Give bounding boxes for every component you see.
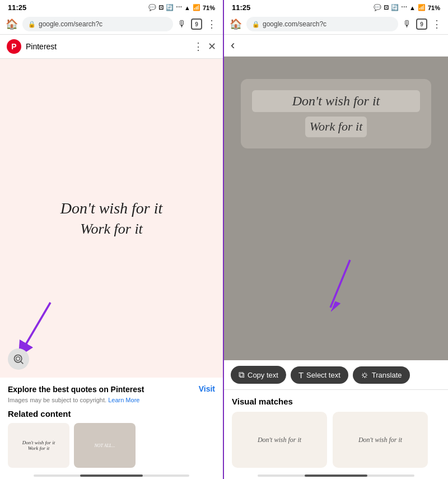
right-scroll-indicator (258, 475, 414, 477)
svg-line-1 (22, 303, 50, 350)
translate-icon: ⛭ (361, 370, 369, 380)
explore-title: Explore the best quotes on Pinterest (8, 384, 199, 394)
right-status-bar: 11:25 💬 ⊡ 🔄 ⋯ ▲ 📶 71% (224, 0, 448, 14)
banner-menu-icon[interactable]: ⋮ (193, 40, 203, 53)
right-browser-bar: 🏠 🔒 google.com/search?c 🎙 9 ⋮ (224, 14, 448, 35)
lens-icon (13, 354, 24, 365)
match-thumb-2[interactable]: Don't wish for it (333, 412, 428, 468)
text-icon: T (298, 370, 304, 380)
left-time: 11:25 (8, 3, 26, 12)
quote-line1: Don't wish for it (60, 197, 163, 219)
left-status-icons: 💬 ⊡ 🔄 ⋯ ▲ 📶 71% (148, 4, 215, 11)
r-url-text: google.com/search?c (263, 20, 326, 28)
translate-label: Translate (372, 371, 402, 379)
quote-display: Don't wish for it Work for it (49, 186, 174, 251)
chat-icon: ⋯ (176, 4, 182, 11)
back-icon[interactable]: ‹ (231, 38, 235, 52)
svg-line-3 (21, 361, 24, 364)
r-battery: 71% (428, 4, 440, 11)
thumbnail-2: NOT ALL... (74, 423, 136, 468)
left-browser-bar: 🏠 🔒 google.com/search?c 🎙 9 ⋮ (0, 14, 223, 35)
left-bottom-content: Explore the best quotes on Pinterest Vis… (0, 378, 223, 475)
action-buttons-bar: ⧉ Copy text T Select text ⛭ Translate (224, 360, 448, 390)
thumbnails-row: Don't wish for itWork for it NOT ALL... (8, 423, 215, 468)
tab-count-badge[interactable]: 9 (191, 18, 202, 30)
copy-text-button[interactable]: ⧉ Copy text (231, 366, 286, 384)
left-phone-panel: 11:25 💬 ⊡ 🔄 ⋯ ▲ 📶 71% 🏠 🔒 google.com/sea… (0, 0, 224, 479)
left-image-area: Don't wish for it Work for it (0, 59, 223, 378)
visit-button[interactable]: Visit (199, 384, 215, 393)
r-message-icon: 💬 (374, 4, 381, 11)
url-bar[interactable]: 🔒 google.com/search?c (22, 17, 173, 31)
translate-button[interactable]: ⛭ Translate (353, 366, 410, 384)
r-signal-bars: 📶 (418, 4, 426, 11)
battery-left: 71% (203, 4, 215, 11)
match-thumb-1[interactable]: Don't wish for it (232, 412, 327, 468)
url-text: google.com/search?c (39, 20, 102, 28)
signal-bars: 📶 (193, 4, 200, 11)
right-phone-panel: 11:25 💬 ⊡ 🔄 ⋯ ▲ 📶 71% 🏠 🔒 google.com/sea… (224, 0, 448, 479)
copy-text-label: Copy text (248, 371, 278, 379)
right-time: 11:25 (232, 3, 250, 12)
r-lock-icon: 🔒 (252, 21, 260, 28)
quote-line2: Work for it (60, 219, 163, 239)
google-lens-button[interactable] (8, 348, 29, 370)
home-icon[interactable]: 🏠 (6, 18, 18, 30)
match-thumb-2-text: Don't wish for it (355, 433, 405, 448)
browser-menu-icon[interactable]: ⋮ (207, 18, 217, 30)
screen-icon: ⊡ (158, 4, 164, 11)
pinterest-logo: P (7, 39, 21, 54)
select-text-button[interactable]: T Select text (291, 366, 348, 384)
lens-selection-box: Don't wish for it Work for it (241, 79, 431, 148)
mic-icon[interactable]: 🎙 (178, 19, 186, 29)
svg-point-4 (16, 357, 20, 361)
r-home-icon[interactable]: 🏠 (230, 18, 242, 30)
visual-matches-section: Visual matches Don't wish for it Don't w… (224, 390, 448, 475)
back-bar: ‹ (224, 35, 448, 57)
r-wifi-icon: ▲ (409, 4, 416, 11)
left-status-bar: 11:25 💬 ⊡ 🔄 ⋯ ▲ 📶 71% (0, 0, 223, 14)
r-browser-menu-icon[interactable]: ⋮ (432, 18, 442, 30)
r-chat-icon: ⋯ (401, 4, 407, 11)
r-mic-icon[interactable]: 🎙 (403, 19, 412, 29)
r-url-bar[interactable]: 🔒 google.com/search?c (246, 17, 398, 31)
wifi-icon: ▲ (184, 4, 190, 11)
banner-close-icon[interactable]: ✕ (208, 40, 216, 53)
thumbnail-1: Don't wish for itWork for it (8, 423, 69, 468)
learn-more-link[interactable]: Learn More (108, 397, 139, 403)
lock-icon: 🔒 (28, 21, 36, 28)
pinterest-banner: P Pinterest ⋮ ✕ (0, 35, 223, 59)
match-thumb-1-text: Don't wish for it (254, 433, 305, 448)
lens-quote-line2: Work for it (305, 117, 367, 137)
match-thumbs-row: Don't wish for it Don't wish for it (232, 412, 440, 468)
r-tab-count-badge[interactable]: 9 (416, 18, 427, 30)
select-text-label: Select text (306, 371, 340, 379)
copy-icon: ⧉ (239, 370, 245, 380)
vpn-icon: 🔄 (166, 4, 174, 11)
r-vpn-icon: 🔄 (391, 4, 399, 11)
explore-row: Explore the best quotes on Pinterest Vis… (8, 384, 215, 394)
message-icon: 💬 (148, 4, 156, 11)
right-status-icons: 💬 ⊡ 🔄 ⋯ ▲ 📶 71% (374, 4, 440, 11)
copyright-text: Images may be subject to copyright. Lear… (8, 397, 215, 403)
left-scroll-indicator (34, 475, 189, 477)
related-title: Related content (8, 409, 215, 418)
lens-quote-line1: Don't wish for it (252, 90, 420, 112)
visual-matches-title: Visual matches (232, 397, 440, 406)
pinterest-title: Pinterest (26, 42, 189, 51)
lens-image-area: Don't wish for it Work for it (224, 57, 448, 360)
r-screen-icon: ⊡ (384, 4, 389, 11)
